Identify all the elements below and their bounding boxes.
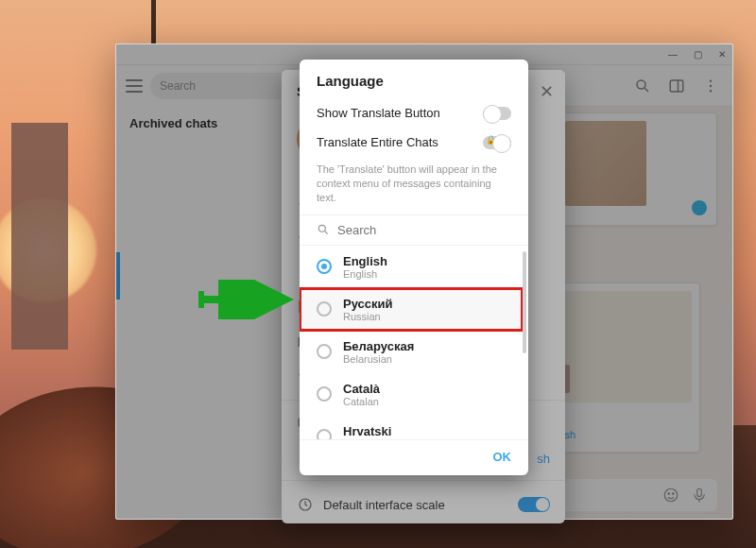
translate-help-text: The 'Translate' button will appear in th… [300,157,528,215]
svg-line-21 [325,231,328,234]
language-search[interactable] [300,215,528,246]
language-native-label: Català [343,382,380,396]
language-english-label: English [343,268,387,280]
language-english-label: Belarusian [343,353,414,365]
svg-point-8 [668,493,670,495]
mic-icon[interactable] [691,487,708,504]
radio-icon[interactable] [317,429,332,439]
language-english-label: Catalan [343,396,380,407]
language-modal-title: Language [300,60,528,98]
minimize-button[interactable]: — [666,48,679,61]
svg-rect-10 [697,488,702,496]
language-native-label: English [343,254,387,268]
show-translate-toggle[interactable] [483,107,511,120]
svg-point-9 [673,493,675,495]
language-option-belarusian[interactable]: БеларускаяBelarusian [300,331,523,373]
language-search-input[interactable] [337,223,511,237]
radio-icon[interactable] [317,301,332,317]
radio-icon[interactable] [317,344,332,359]
archived-chats[interactable]: Archived chats [116,107,301,140]
svg-point-4 [710,79,712,81]
svg-line-1 [644,88,648,92]
menu-icon[interactable] [126,79,143,93]
language-option-croatian[interactable]: HrvatskiCroatian [300,416,523,439]
svg-point-0 [637,80,645,89]
language-native-label: Русский [343,297,393,311]
language-option-english[interactable]: EnglishEnglish [300,246,523,288]
language-native-label: Hrvatski [343,424,391,438]
scrollbar[interactable] [523,251,526,353]
svg-point-20 [318,225,325,231]
sidepanel-icon[interactable] [668,77,685,94]
maximize-button[interactable]: ▢ [691,48,704,61]
language-option-catalan[interactable]: CatalàCatalan [300,373,523,416]
search-icon [317,223,330,236]
translate-chats-row[interactable]: Translate Entire Chats [300,128,528,157]
annotation-arrow [196,280,300,319]
search-input[interactable]: Search [150,73,291,99]
language-native-label: Беларуская [343,339,414,353]
ok-button[interactable]: OK [493,450,512,464]
language-modal: Language Show Translate Button Translate… [300,60,528,475]
close-button[interactable]: ✕ [715,48,729,61]
emoji-icon[interactable] [662,487,679,504]
svg-point-7 [664,488,678,502]
language-option-russian[interactable]: РусскийRussian [300,288,523,331]
search-icon[interactable] [634,77,651,94]
svg-point-6 [710,90,712,92]
radio-icon[interactable] [317,259,332,274]
show-translate-row[interactable]: Show Translate Button [300,98,528,128]
active-chat-indicator [116,252,120,300]
translate-chats-toggle[interactable] [483,136,511,149]
language-english-label: Croatian [343,438,391,439]
svg-point-5 [710,84,712,86]
radio-icon[interactable] [317,386,332,402]
media-thumbnail[interactable] [557,112,717,226]
svg-rect-2 [670,80,683,92]
language-english-label: Russian [343,311,393,322]
more-icon[interactable] [702,77,719,94]
